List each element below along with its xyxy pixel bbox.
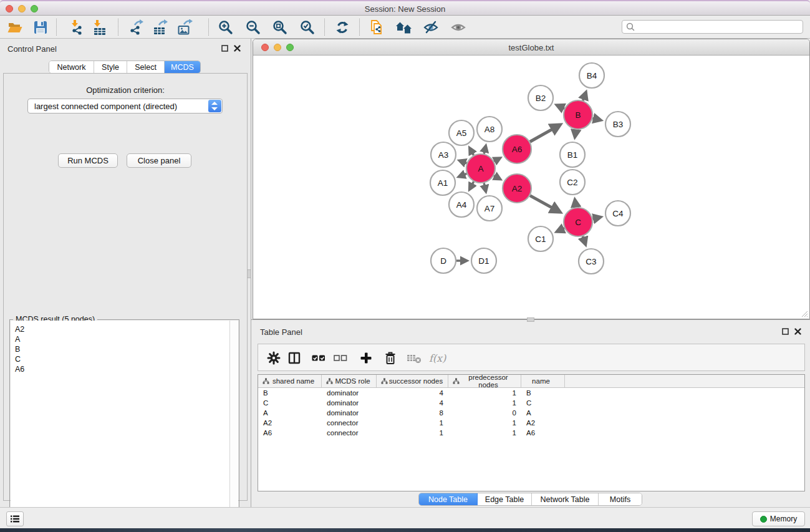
zoom-fit-button[interactable] xyxy=(268,17,292,37)
select-all-button[interactable] xyxy=(309,349,329,367)
edge-A6-B[interactable] xyxy=(530,125,559,142)
column-header-shared-name[interactable]: shared name xyxy=(258,375,322,387)
export-table-button[interactable] xyxy=(149,17,173,37)
node-A5[interactable]: A5 xyxy=(449,120,474,145)
float-table-panel-icon[interactable] xyxy=(782,328,789,335)
zoom-in-button[interactable] xyxy=(214,17,238,37)
edge-B-B3[interactable] xyxy=(592,118,600,120)
close-panel-button[interactable]: Close panel xyxy=(127,153,191,168)
node-C2[interactable]: C2 xyxy=(560,170,585,195)
tab-network-table[interactable]: Network Table xyxy=(532,493,599,505)
table-row[interactable]: A2connector11A2 xyxy=(258,418,804,428)
edge-B-B1[interactable] xyxy=(575,130,576,137)
edge-A-A1[interactable] xyxy=(460,173,467,177)
node-C4[interactable]: C4 xyxy=(605,201,630,226)
split-divider-grip[interactable] xyxy=(247,269,251,278)
run-mcds-button[interactable]: Run MCDS xyxy=(58,153,118,168)
node-B[interactable]: B xyxy=(564,100,592,129)
tab-style[interactable]: Style xyxy=(94,61,127,73)
search-input[interactable] xyxy=(622,20,803,34)
node-A3[interactable]: A3 xyxy=(431,142,456,167)
tab-network[interactable]: Network xyxy=(49,61,94,73)
import-network-button[interactable] xyxy=(65,17,89,37)
node-C[interactable]: C xyxy=(564,208,592,236)
column-header-successor-nodes[interactable]: successor nodes xyxy=(377,375,448,387)
show-columns-button[interactable] xyxy=(284,349,304,367)
tab-node-table[interactable]: Node Table xyxy=(419,493,478,505)
hide-graphics-details-button[interactable] xyxy=(419,17,443,37)
home-button[interactable] xyxy=(392,17,416,37)
edge-C-C1[interactable] xyxy=(557,228,564,231)
edge-C-C4[interactable] xyxy=(592,217,600,219)
criterion-dropdown[interactable]: largest connected component (directed) xyxy=(27,99,223,114)
column-header-MCDS-role[interactable]: MCDS role xyxy=(322,375,377,387)
close-panel-icon[interactable] xyxy=(234,45,241,52)
show-panels-button[interactable] xyxy=(6,511,24,526)
memory-button[interactable]: Memory xyxy=(752,511,805,526)
add-row-button[interactable] xyxy=(356,349,376,367)
mcds-result-item[interactable]: A6 xyxy=(15,364,229,374)
node-B1[interactable]: B1 xyxy=(560,142,585,167)
node-A7[interactable]: A7 xyxy=(477,196,502,221)
node-A4[interactable]: A4 xyxy=(449,192,474,217)
table-row[interactable]: Adominator80A xyxy=(258,408,804,418)
unselect-all-button[interactable] xyxy=(330,349,350,367)
edge-A-A7[interactable] xyxy=(484,183,486,191)
function-builder-button[interactable]: f(x) xyxy=(428,349,448,367)
import-table-button[interactable] xyxy=(88,17,112,37)
zoom-out-button[interactable] xyxy=(241,17,265,37)
node-C1[interactable]: C1 xyxy=(528,226,553,251)
export-network-button[interactable] xyxy=(125,17,148,37)
edge-A-A5[interactable] xyxy=(470,148,474,155)
node-A[interactable]: A xyxy=(466,154,495,183)
mcds-result-item[interactable]: A2 xyxy=(15,324,229,334)
node-B2[interactable]: B2 xyxy=(528,85,553,110)
edge-B-B2[interactable] xyxy=(557,105,564,109)
edge-C-C3[interactable] xyxy=(583,236,586,244)
node-B3[interactable]: B3 xyxy=(605,112,630,137)
node-A6[interactable]: A6 xyxy=(503,135,531,163)
node-A1[interactable]: A1 xyxy=(430,170,455,195)
table-row[interactable]: A6connector11A6 xyxy=(258,428,804,438)
edge-A-A6[interactable] xyxy=(494,158,499,162)
open-file-button[interactable] xyxy=(3,17,27,37)
tab-mcds[interactable]: MCDS xyxy=(165,61,200,73)
result-scrollbar[interactable] xyxy=(229,321,238,532)
table-row[interactable]: Cdominator41C xyxy=(258,398,804,408)
tab-motifs[interactable]: Motifs xyxy=(599,493,642,505)
delete-table-button[interactable] xyxy=(404,349,424,367)
delete-row-button[interactable] xyxy=(380,349,400,367)
mcds-result-item[interactable]: C xyxy=(15,354,229,364)
node-A2[interactable]: A2 xyxy=(503,174,531,203)
node-D[interactable]: D xyxy=(431,248,456,273)
tab-edge-table[interactable]: Edge Table xyxy=(478,493,532,505)
node-C3[interactable]: C3 xyxy=(579,249,604,274)
show-graphics-details-button[interactable] xyxy=(446,17,470,37)
refresh-button[interactable] xyxy=(330,17,354,37)
node-B4[interactable]: B4 xyxy=(579,63,604,88)
resize-grip-icon[interactable] xyxy=(801,310,808,317)
edge-A-A2[interactable] xyxy=(494,176,499,179)
network-canvas[interactable]: B4B2BB3A8A5A6A3B1AA1C2A2A4A7C4CC1DD1C3 xyxy=(254,56,809,319)
table-row[interactable]: Bdominator41B xyxy=(258,388,804,398)
edge-A-A8[interactable] xyxy=(484,147,486,154)
zoom-selected-button[interactable] xyxy=(296,17,319,37)
float-panel-icon[interactable] xyxy=(221,45,228,52)
export-image-button[interactable] xyxy=(173,17,197,37)
close-table-panel-icon[interactable] xyxy=(794,328,801,335)
edge-A2-C[interactable] xyxy=(530,196,559,212)
save-session-button[interactable] xyxy=(29,17,52,37)
node-D1[interactable]: D1 xyxy=(471,248,496,273)
node-A8[interactable]: A8 xyxy=(477,117,502,142)
table-settings-button[interactable] xyxy=(264,349,284,367)
column-header-name[interactable]: name xyxy=(521,375,565,387)
edge-B-B4[interactable] xyxy=(583,93,586,100)
column-header-predecessor-nodes[interactable]: predecessor nodes xyxy=(448,375,521,387)
tab-select[interactable]: Select xyxy=(127,61,165,73)
mcds-result-item[interactable]: A xyxy=(15,334,229,344)
mcds-result-item[interactable]: B xyxy=(15,344,229,354)
edge-C-C2[interactable] xyxy=(575,200,576,207)
new-network-from-selection-button[interactable] xyxy=(365,17,389,37)
edge-A-A3[interactable] xyxy=(460,161,467,163)
horizontal-divider-grip[interactable] xyxy=(527,317,534,322)
